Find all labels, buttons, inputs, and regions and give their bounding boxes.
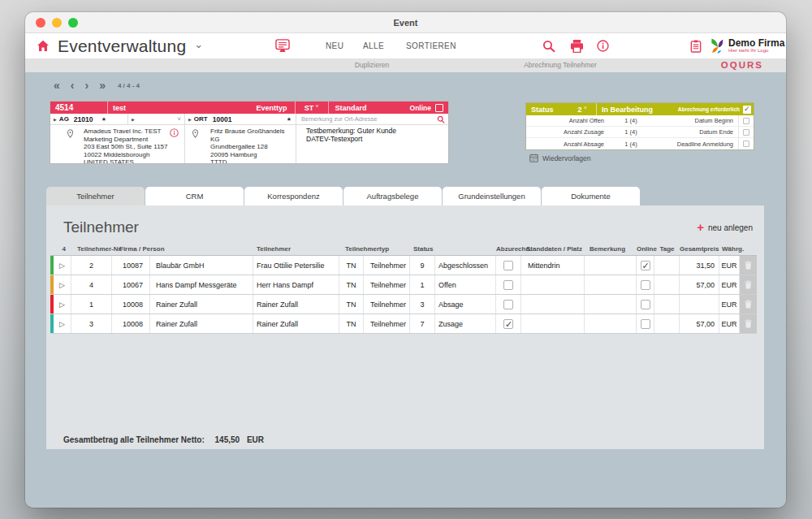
screen-list-icon[interactable] bbox=[275, 33, 290, 58]
cell-typ-name: Teilnehmer bbox=[364, 314, 410, 333]
abzurechnen-checkbox[interactable] bbox=[503, 319, 513, 329]
duplizieren-button[interactable]: Duplizieren bbox=[355, 61, 390, 69]
table-body: ▷ 2 10087 Blaubär GmbH Frau Ottilie Pete… bbox=[50, 256, 757, 334]
ag-goto-icon[interactable]: ▶ bbox=[54, 117, 57, 122]
trash-icon bbox=[745, 261, 752, 270]
next-record-button[interactable]: › bbox=[84, 80, 89, 90]
cell-firma: Blaubär GmbH bbox=[150, 256, 253, 275]
tab[interactable]: CRM bbox=[145, 187, 244, 205]
col-teilnehmer-nr: Teilnehmer-Nr. bbox=[71, 245, 112, 253]
event-name-field[interactable]: test bbox=[108, 104, 257, 112]
row-expand-arrow[interactable]: ▷ bbox=[54, 275, 71, 294]
date-label: Datum Beginn bbox=[654, 117, 738, 124]
contact-dropdown-chevron-icon[interactable]: ˅ bbox=[177, 115, 181, 123]
date-label: Deadline Anmeldung bbox=[654, 141, 738, 148]
cell-status-name: Zusage bbox=[435, 314, 496, 333]
module-dropdown-chevron-icon[interactable]: ⌄ bbox=[194, 38, 203, 50]
row-expand-arrow[interactable]: ▷ bbox=[54, 295, 71, 314]
event-number: 4514 bbox=[50, 103, 107, 112]
row-expand-arrow[interactable]: ▷ bbox=[54, 256, 71, 275]
online-checkbox[interactable] bbox=[641, 261, 650, 270]
count-value: 1 (4) bbox=[607, 128, 654, 136]
abzurechnen-checkbox[interactable] bbox=[503, 300, 513, 309]
ag-favorite-icon[interactable]: ★ bbox=[102, 116, 106, 123]
trash-icon bbox=[745, 300, 752, 309]
content-area: « ‹ › » 4 / 4 - 4 4514 test Eventtyp ST … bbox=[25, 72, 786, 508]
module-title: Eventverwaltung bbox=[58, 37, 186, 56]
abrechnung-erforderlich-checkbox[interactable] bbox=[743, 106, 751, 114]
cell-waehrung: EUR bbox=[719, 275, 740, 294]
previous-record-button[interactable]: ‹ bbox=[71, 80, 75, 90]
calendar-icon bbox=[529, 154, 538, 162]
ort-note-search-icon[interactable] bbox=[437, 115, 445, 123]
ort-number-field[interactable]: 10001 bbox=[213, 115, 232, 123]
cell-standdaten bbox=[521, 295, 585, 314]
tab[interactable]: Dokumente bbox=[542, 187, 640, 205]
cell-typ-code: TN bbox=[339, 314, 364, 333]
trash-icon bbox=[745, 280, 752, 289]
abrechnung-teilnehmer-button[interactable]: Abrechnung Teilnehmer bbox=[524, 61, 597, 69]
row-expand-arrow[interactable]: ▷ bbox=[54, 314, 71, 333]
home-icon[interactable] bbox=[37, 40, 50, 52]
first-record-button[interactable]: « bbox=[54, 80, 60, 90]
last-record-button[interactable]: » bbox=[99, 80, 106, 90]
cell-gesamtpreis: 57,00 bbox=[680, 275, 719, 294]
cell-typ-name: Teilnehmer bbox=[364, 275, 410, 294]
cell-firma-nr: 10008 bbox=[112, 295, 150, 314]
cell-firma: Rainer Zufall bbox=[150, 314, 253, 333]
cell-person: Herr Hans Dampf bbox=[253, 275, 339, 294]
main-toolbar: Eventverwaltung ⌄ NEU ALLE SORTIEREN Dem… bbox=[25, 33, 786, 58]
status-row: Anzahl Offen 1 (4) Datum Beginn bbox=[526, 115, 754, 127]
cell-firma-nr: 10067 bbox=[112, 275, 150, 294]
col-online: Online bbox=[637, 245, 654, 253]
wiedervorlagen-label: Wiedervorlagen bbox=[542, 154, 591, 162]
cell-waehrung: EUR bbox=[719, 256, 740, 275]
search-icon[interactable] bbox=[542, 33, 555, 58]
date-field[interactable] bbox=[743, 141, 749, 147]
clipboard-icon[interactable] bbox=[690, 33, 702, 58]
row-delete-button[interactable] bbox=[740, 256, 757, 275]
row-delete-button[interactable] bbox=[740, 314, 757, 333]
row-delete-button[interactable] bbox=[740, 295, 757, 314]
status-value-select[interactable]: 2 ˅ bbox=[568, 106, 596, 114]
neu-anlegen-button[interactable]: + neu anlegen bbox=[697, 223, 753, 232]
online-checkbox[interactable] bbox=[435, 104, 443, 112]
row-delete-button[interactable] bbox=[740, 275, 757, 294]
ag-number-field[interactable]: 21010 bbox=[74, 115, 93, 123]
cell-firma-nr: 10087 bbox=[112, 256, 150, 275]
contact-goto-icon[interactable]: ▶ bbox=[132, 117, 135, 122]
company-logo: Demo Firma Hier steht Ihr Logo bbox=[708, 33, 784, 58]
eventtyp-code-select[interactable]: ST ˅ bbox=[296, 104, 328, 112]
online-checkbox[interactable] bbox=[641, 319, 650, 329]
event-note-text[interactable]: Testbemerkung: Guter Kunde DATEV-Testexp… bbox=[306, 128, 448, 143]
cell-bemerkung bbox=[585, 314, 637, 333]
alle-button[interactable]: ALLE bbox=[363, 33, 384, 58]
address-info-icon[interactable] bbox=[170, 128, 179, 137]
ag-label: AG bbox=[59, 115, 69, 123]
tab[interactable]: Korrespondenz bbox=[244, 187, 343, 205]
date-field[interactable] bbox=[743, 129, 749, 136]
abzurechnen-checkbox[interactable] bbox=[503, 280, 513, 290]
ort-note-placeholder[interactable]: Bemerkung zur Ort-Adresse bbox=[296, 115, 377, 123]
ort-goto-icon[interactable]: ▶ bbox=[188, 117, 192, 122]
event-header-band: 4514 test Eventtyp ST ˅ Standard Online bbox=[50, 102, 448, 114]
record-counter: 4 / 4 - 4 bbox=[118, 82, 140, 89]
sortieren-button[interactable]: SORTIEREN bbox=[406, 33, 456, 58]
online-checkbox[interactable] bbox=[641, 300, 650, 309]
wiedervorlagen-button[interactable]: Wiedervorlagen bbox=[529, 154, 591, 162]
tab[interactable]: Teilnehmer bbox=[46, 187, 145, 205]
ort-label: ORT bbox=[194, 115, 208, 123]
print-icon[interactable] bbox=[570, 33, 584, 58]
date-field[interactable] bbox=[743, 118, 749, 124]
ort-favorite-icon[interactable]: ★ bbox=[287, 116, 292, 123]
info-icon[interactable] bbox=[597, 33, 609, 58]
window-titlebar: Event bbox=[25, 12, 786, 33]
tab[interactable]: Grundeinstellungen bbox=[443, 187, 541, 205]
count-label: Anzahl Absage bbox=[526, 141, 607, 148]
online-checkbox[interactable] bbox=[641, 280, 650, 290]
neu-button[interactable]: NEU bbox=[326, 33, 343, 58]
abrechnung-erforderlich-label: Abrechnung erforderlich bbox=[678, 106, 743, 112]
abzurechnen-checkbox[interactable] bbox=[503, 261, 513, 270]
tab[interactable]: Auftragsbelege bbox=[343, 187, 442, 205]
participants-table: 4 Teilnehmer-Nr. Firma / Person Teilnehm… bbox=[50, 242, 757, 334]
